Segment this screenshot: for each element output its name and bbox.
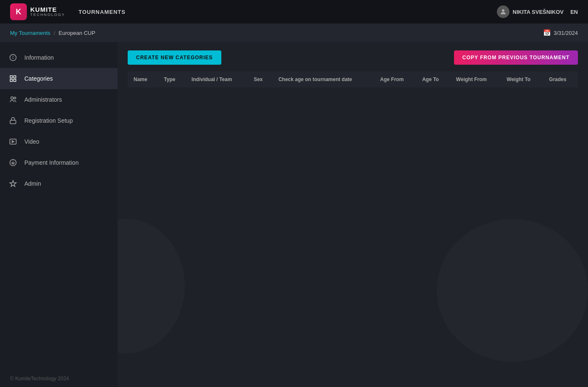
payment-icon [8,158,18,167]
sidebar-label-admin: Admin [24,180,41,187]
logo-icon: K [10,3,27,20]
admin-icon [8,179,18,188]
logo-brand: KUMITE [30,6,65,13]
svg-point-0 [502,9,504,12]
col-name: Name [128,71,158,87]
date-value: 3/31/2024 [554,30,578,36]
sidebar-label-registration-setup: Registration Setup [24,117,73,124]
avatar [497,5,509,18]
table-header: Name Type Individual / Team Sex Check ag… [128,71,578,87]
logo-text: KUMITE TECHNOLOGY [30,6,65,17]
actions-row: CREATE NEW CATEGORIES COPY FROM PREVIOUS… [128,50,578,65]
col-weight-from: Weight From [450,71,501,87]
svg-point-9 [14,97,16,99]
categories-icon [8,74,18,83]
sidebar-label-payment: Payment Information [24,159,79,166]
sidebar-label-video: Video [24,138,39,145]
col-age-from: Age From [374,71,416,87]
col-individual-team: Individual / Team [186,71,248,87]
main-layout: Information Categories Administrators Re… [0,42,588,387]
logo-sub: TECHNOLOGY [30,13,65,17]
sidebar-item-administrators[interactable]: Administrators [0,89,118,110]
footer: © KumiteTechnology 2024 [0,370,588,387]
user-name: NIKITA SVEŠNIKOV [513,9,564,15]
svg-rect-10 [10,120,16,124]
sidebar-item-payment-information[interactable]: Payment Information [0,152,118,173]
col-grades: Grades [543,71,578,87]
sidebar-label-categories: Categories [24,75,53,82]
registration-icon [8,116,18,125]
create-new-categories-button[interactable]: CREATE NEW CATEGORIES [128,50,221,65]
administrators-icon [8,95,18,104]
header-right: NIKITA SVEŠNIKOV EN [497,5,578,18]
categories-table: Name Type Individual / Team Sex Check ag… [128,71,578,87]
breadcrumb-current-page: European CUP [58,30,95,36]
col-age-to: Age To [416,71,450,87]
sidebar-label-administrators: Administrators [24,96,62,103]
copy-from-previous-tournament-button[interactable]: COPY FROM PREVIOUS TOURNAMENT [454,50,578,65]
video-icon [8,137,18,146]
info-icon [8,53,18,62]
header-left: K KUMITE TECHNOLOGY TOURNAMENTS [10,3,126,20]
breadcrumb-bar: My Tournaments / European CUP 📅 3/31/202… [0,24,588,42]
svg-rect-4 [10,76,12,78]
app-header: K KUMITE TECHNOLOGY TOURNAMENTS NIKITA S… [0,0,588,24]
svg-rect-7 [14,79,16,82]
svg-rect-5 [14,76,16,78]
svg-marker-13 [12,141,14,143]
logo[interactable]: K KUMITE TECHNOLOGY [10,3,65,20]
sidebar-item-categories[interactable]: Categories [0,68,118,89]
calendar-icon: 📅 [543,29,551,37]
col-type: Type [158,71,186,87]
sidebar: Information Categories Administrators Re… [0,42,118,387]
breadcrumb: My Tournaments / European CUP [10,30,95,36]
col-sex: Sex [248,71,273,87]
breadcrumb-my-tournaments[interactable]: My Tournaments [10,30,50,36]
sidebar-item-admin[interactable]: Admin [0,173,118,194]
user-info[interactable]: NIKITA SVEŠNIKOV [497,5,564,18]
svg-point-8 [11,97,13,99]
col-check-age: Check age on tournament date [273,71,374,87]
svg-rect-6 [10,79,12,82]
sidebar-item-registration-setup[interactable]: Registration Setup [0,110,118,131]
nav-tournaments[interactable]: TOURNAMENTS [79,9,126,15]
sidebar-item-information[interactable]: Information [0,47,118,68]
footer-text: © KumiteTechnology 2024 [10,376,69,382]
svg-rect-11 [10,139,16,144]
sidebar-item-video[interactable]: Video [0,131,118,152]
table-header-row: Name Type Individual / Team Sex Check ag… [128,71,578,87]
sidebar-label-information: Information [24,54,54,61]
col-weight-to: Weight To [501,71,543,87]
tournament-date: 📅 3/31/2024 [543,29,578,37]
breadcrumb-separator: / [54,30,55,36]
content-area: CREATE NEW CATEGORIES COPY FROM PREVIOUS… [118,42,588,387]
language-selector[interactable]: EN [570,9,578,15]
